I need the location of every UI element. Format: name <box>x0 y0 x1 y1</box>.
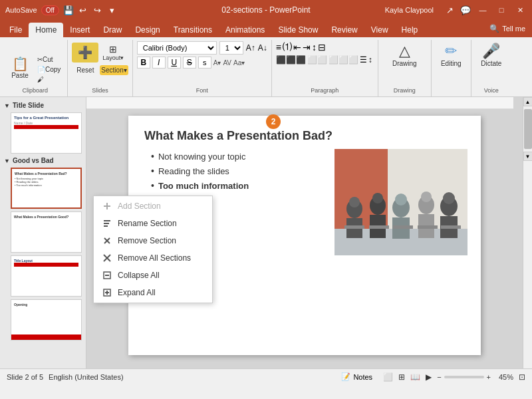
more-icon[interactable]: ▾ <box>107 5 118 15</box>
strikethrough-btn[interactable]: S <box>183 57 196 68</box>
italic-btn[interactable]: I <box>152 57 166 68</box>
drawing-btn[interactable]: △ Drawing <box>390 41 420 68</box>
svg-rect-36 <box>418 225 438 229</box>
font-select[interactable]: Calibri (Body) <box>137 41 217 55</box>
fit-slide-btn[interactable]: ⊡ <box>519 372 525 382</box>
font-color-picker[interactable]: A▾ <box>213 59 221 66</box>
scroll-up-btn[interactable]: ▲ <box>523 97 533 106</box>
line-spacing-btn[interactable]: ↕ <box>368 55 372 65</box>
tab-help[interactable]: Help <box>395 23 425 37</box>
numbering-btn[interactable]: ⑴ <box>283 41 292 53</box>
section-arrow-1: ▼ <box>4 102 10 109</box>
ctx-remove-all-sections[interactable]: Remove All Sections <box>94 249 212 267</box>
bold-btn[interactable]: B <box>137 57 150 68</box>
increase-font-icon[interactable]: A↑ <box>246 43 255 53</box>
undo-icon[interactable]: ↩ <box>78 5 88 15</box>
tab-transitions[interactable]: Transitions <box>167 23 219 37</box>
save-icon[interactable]: 💾 <box>63 5 74 15</box>
font-size-adj[interactable]: Aa▾ <box>233 59 245 66</box>
zoom-level: 45% <box>493 373 513 381</box>
paste-icon: 📋 <box>12 57 29 70</box>
autosave-toggle[interactable]: Off <box>41 5 59 15</box>
slide-thumb-1[interactable]: Tips for a Great Presentation Name / Dat… <box>11 112 82 154</box>
tab-review[interactable]: Review <box>325 23 364 37</box>
editing-btn[interactable]: ✏ Editing <box>438 41 464 68</box>
dictate-text: Dictate <box>481 60 501 67</box>
view-slideshow-btn[interactable]: ▶ <box>426 372 432 382</box>
slide-thumb-2[interactable]: What Makes a Presentation Bad? • Not kno… <box>11 168 82 209</box>
svg-rect-4 <box>104 225 108 227</box>
view-normal-btn[interactable]: ⬜ <box>383 372 393 382</box>
align-left-btn[interactable]: ⬛⬛⬛ <box>276 55 306 65</box>
justify-btn[interactable]: ☰ <box>360 55 367 65</box>
section-title-slide[interactable]: ▼ Title Slide <box>3 100 83 111</box>
scroll-thumb[interactable] <box>524 109 532 149</box>
scroll-down-btn[interactable]: ▼ <box>523 152 533 161</box>
tab-design[interactable]: Design <box>128 23 166 37</box>
indent-less-btn[interactable]: ⇤ <box>293 42 301 53</box>
editing-icon: ✏ <box>445 43 457 60</box>
paste-btn[interactable]: 📋 Paste <box>7 56 33 80</box>
ctx-rename-section[interactable]: Rename Section <box>94 215 212 232</box>
svg-rect-1 <box>104 205 110 207</box>
dictate-btn[interactable]: 🎤 Dictate <box>478 41 505 68</box>
redo-icon[interactable]: ↪ <box>92 5 103 15</box>
ctx-add-section-label: Add Section <box>118 201 161 211</box>
svg-point-32 <box>443 192 455 204</box>
tab-insert[interactable]: Insert <box>63 23 96 37</box>
maximize-btn[interactable]: □ <box>495 3 508 17</box>
text-direction-btn[interactable]: ↕ <box>312 42 317 53</box>
zoom-slider[interactable] <box>444 376 484 378</box>
char-spacing-btn[interactable]: AV <box>223 59 231 66</box>
indent-more-btn[interactable]: ⇥ <box>303 42 311 53</box>
ctx-collapse-all[interactable]: Collapse All <box>94 267 212 284</box>
svg-rect-35 <box>393 225 413 229</box>
drawing-label: Drawing <box>394 87 416 94</box>
minimize-btn[interactable]: — <box>476 3 489 17</box>
cut-btn[interactable]: ✂ Cut <box>35 55 63 64</box>
tab-slideshow[interactable]: Slide Show <box>271 23 325 37</box>
new-slide-btn[interactable]: ➕ <box>72 43 98 63</box>
zoom-in-btn[interactable]: + <box>487 373 491 381</box>
comments-icon[interactable]: 💬 <box>460 5 471 15</box>
tab-view[interactable]: View <box>364 23 395 37</box>
new-slide-icon: ➕ <box>78 45 92 60</box>
format-painter-btn[interactable]: 🖌 <box>35 75 63 84</box>
ctx-add-section[interactable]: Add Section <box>94 198 212 215</box>
layout-icon: ⊞ <box>109 44 117 55</box>
tab-draw[interactable]: Draw <box>96 23 128 37</box>
slide-thumb-container-1: 1 Tips for a Great Presentation Name / D… <box>3 111 83 155</box>
ctx-expand-all[interactable]: Expand All <box>94 284 212 301</box>
svg-rect-13 <box>106 291 108 295</box>
shadow-btn[interactable]: s <box>198 57 211 68</box>
close-btn[interactable]: ✕ <box>513 3 527 17</box>
slide-thumb-3[interactable]: What Makes a Presentation Good? <box>11 211 82 253</box>
section-arrow-2: ▼ <box>4 158 10 164</box>
section-good-vs-bad[interactable]: ▼ Good vs Bad <box>3 155 83 166</box>
copy-btn[interactable]: 📄 Copy <box>35 65 63 74</box>
layout-btn[interactable]: ⊞ Layout▾ <box>100 43 126 63</box>
tab-file[interactable]: File <box>3 23 29 37</box>
search-bar[interactable]: 🔍 Tell me <box>485 23 529 35</box>
decrease-font-icon[interactable]: A↓ <box>258 43 267 53</box>
svg-rect-33 <box>344 225 364 229</box>
tab-home[interactable]: Home <box>29 23 63 37</box>
notes-btn[interactable]: 📝 Notes <box>336 370 378 384</box>
section-btn[interactable]: Section▾ <box>100 65 128 75</box>
view-reading-btn[interactable]: 📖 <box>410 372 420 382</box>
reset-btn[interactable]: Reset <box>72 65 98 75</box>
font-size-select[interactable]: 12 <box>219 41 243 55</box>
columns-btn[interactable]: ⊟ <box>318 42 326 53</box>
bullets-btn[interactable]: ≡ <box>276 42 281 53</box>
slide-thumb-4[interactable]: Title Layout <box>11 255 82 297</box>
zoom-out-btn[interactable]: − <box>437 373 441 381</box>
align-right-btn[interactable]: ⬜⬜⬜ <box>329 55 358 65</box>
slide-thumb-5[interactable]: Opening <box>11 299 82 340</box>
ctx-remove-section[interactable]: Remove Section <box>94 232 212 249</box>
ribbon-group-font: Calibri (Body) 12 A↑ A↓ B I U S s A▾ AV … <box>133 40 272 96</box>
share-icon[interactable]: ↗ <box>444 5 455 15</box>
underline-btn[interactable]: U <box>168 57 181 68</box>
tab-animations[interactable]: Animations <box>219 23 271 37</box>
view-slide-sorter-btn[interactable]: ⊞ <box>398 372 405 382</box>
align-center-btn[interactable]: ⬜⬜ <box>307 55 327 65</box>
